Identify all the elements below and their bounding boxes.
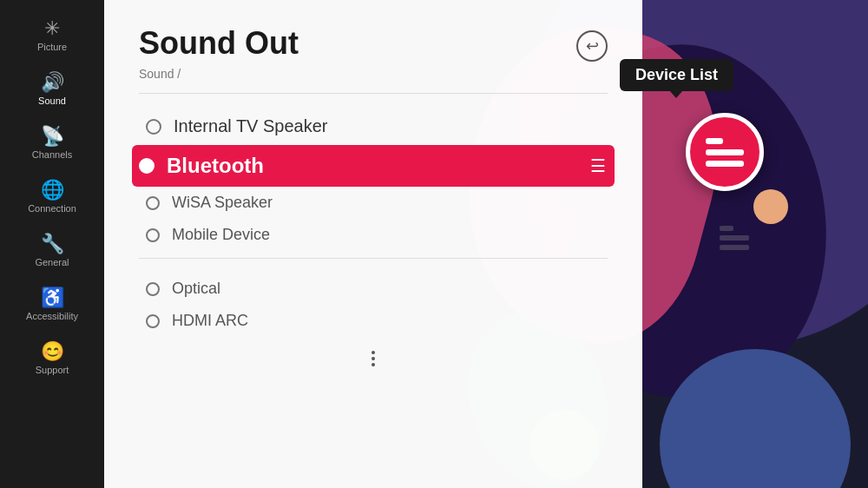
bottom-divider: [139, 258, 608, 259]
list-line-1: [706, 138, 723, 144]
menu-label-internal-tv-speaker: Internal TV Speaker: [174, 116, 328, 136]
back-button[interactable]: ↩: [576, 30, 608, 62]
more-options-button[interactable]: [360, 342, 386, 375]
bluetooth-list-icon[interactable]: ☰: [590, 155, 606, 176]
menu-item-optical[interactable]: Optical: [139, 273, 608, 305]
menu-label-hdmi-arc: HDMI ARC: [172, 312, 248, 330]
radio-bluetooth: [139, 158, 155, 174]
small-list-icon: [720, 226, 749, 250]
device-list-tooltip: Device List: [620, 59, 733, 91]
menu-item-bluetooth[interactable]: Bluetooth ☰: [132, 145, 615, 187]
more-dot-2: [372, 357, 375, 360]
tooltip-label: Device List: [635, 66, 718, 83]
menu-label-bluetooth: Bluetooth: [167, 154, 264, 178]
sidebar-item-connection[interactable]: 🌐 Connection: [0, 170, 104, 224]
sidebar-item-label: Channels: [32, 149, 72, 160]
radio-mobile-device: [146, 228, 160, 242]
menu-label-wisa-speaker: WiSA Speaker: [172, 194, 273, 212]
sl-3: [720, 245, 749, 250]
connection-icon: 🌐: [41, 181, 64, 200]
page-title: Sound Out: [139, 26, 299, 61]
menu-item-wisa-speaker[interactable]: WiSA Speaker: [139, 187, 608, 219]
sidebar-item-label: Picture: [37, 42, 67, 52]
radio-internal-tv-speaker: [146, 119, 161, 135]
sidebar-item-label: Support: [36, 365, 69, 375]
sl-1: [720, 226, 733, 231]
sidebar-item-channels[interactable]: 📡 Channels: [0, 116, 104, 170]
channels-icon: 📡: [41, 127, 64, 146]
tooltip-box: Device List: [620, 59, 733, 91]
general-icon: 🔧: [41, 234, 64, 254]
list-line-3: [706, 161, 744, 167]
content-panel: Sound Out ↩ Sound / Internal TV Speaker …: [104, 0, 642, 488]
page-header: Sound Out ↩: [139, 26, 608, 62]
radio-optical: [146, 282, 160, 296]
support-icon: 😊: [41, 342, 64, 361]
main-area: Device List Sound Out ↩ Sound / Internal: [104, 0, 868, 488]
sidebar-item-support[interactable]: 😊 Support: [0, 332, 104, 386]
menu-label-mobile-device: Mobile Device: [172, 226, 270, 244]
sidebar-item-picture[interactable]: ✳ Picture: [0, 9, 104, 63]
sidebar-item-label: Accessibility: [26, 311, 78, 321]
more-dot-1: [372, 351, 375, 354]
menu-label-optical: Optical: [172, 280, 220, 298]
accessibility-icon: ♿: [41, 288, 64, 307]
more-dot-3: [372, 363, 375, 366]
device-list-circle-icon[interactable]: [686, 113, 764, 191]
breadcrumb: Sound /: [139, 67, 608, 81]
radio-hdmi-arc: [146, 314, 160, 328]
menu-item-internal-tv-speaker[interactable]: Internal TV Speaker: [139, 108, 608, 145]
menu-item-hdmi-arc[interactable]: HDMI ARC: [139, 305, 608, 337]
sidebar-item-sound[interactable]: 🔊 Sound: [0, 63, 104, 116]
peach-dot-decoration: [753, 189, 788, 224]
sidebar-item-general[interactable]: 🔧 General: [0, 224, 104, 278]
list-line-2: [706, 149, 744, 155]
sl-2: [720, 235, 749, 241]
sidebar-item-label: Connection: [28, 203, 76, 214]
back-icon: ↩: [586, 36, 599, 56]
menu-item-mobile-device[interactable]: Mobile Device: [139, 219, 608, 251]
sound-icon: 🔊: [41, 73, 64, 92]
sidebar: ✳ Picture 🔊 Sound 📡 Channels 🌐 Connectio…: [0, 0, 104, 488]
list-lines: [706, 138, 744, 167]
radio-wisa-speaker: [146, 196, 160, 210]
sidebar-item-label: General: [35, 257, 69, 267]
picture-icon: ✳: [44, 19, 60, 38]
top-divider: [139, 93, 608, 94]
sidebar-item-accessibility[interactable]: ♿ Accessibility: [0, 278, 104, 332]
sidebar-item-label: Sound: [38, 96, 66, 106]
